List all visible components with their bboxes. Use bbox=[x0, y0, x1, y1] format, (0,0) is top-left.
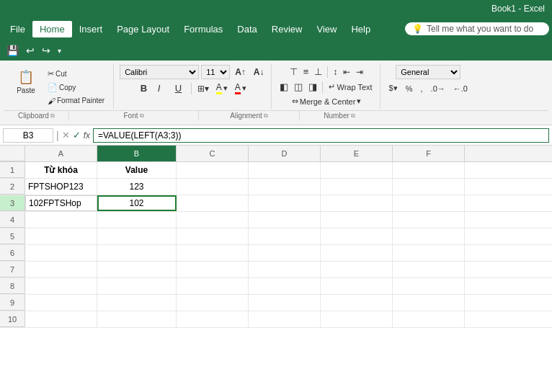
indent-increase-button[interactable]: ⇥ bbox=[354, 66, 365, 79]
bold-button[interactable]: B bbox=[138, 81, 153, 95]
menu-insert[interactable]: Insert bbox=[72, 21, 110, 37]
cell-d2[interactable] bbox=[249, 179, 321, 195]
cell-f10[interactable] bbox=[393, 311, 465, 327]
cell-c8[interactable] bbox=[177, 278, 249, 294]
cell-a2[interactable]: FPTSHOP123 bbox=[25, 179, 97, 195]
cell-b9[interactable] bbox=[97, 295, 177, 311]
format-painter-button[interactable]: 🖌 Format Painter bbox=[45, 95, 107, 107]
cell-c1[interactable] bbox=[177, 162, 249, 178]
align-middle-button[interactable]: ≡ bbox=[301, 65, 311, 79]
cell-e2[interactable] bbox=[321, 179, 393, 195]
formula-confirm-button[interactable]: ✓ bbox=[73, 130, 81, 141]
cell-c5[interactable] bbox=[177, 228, 249, 244]
col-header-c[interactable]: C bbox=[177, 146, 249, 161]
cell-d1[interactable] bbox=[249, 162, 321, 178]
cell-a6[interactable] bbox=[25, 245, 97, 261]
increase-font-button[interactable]: A↑ bbox=[232, 66, 249, 79]
cell-e10[interactable] bbox=[321, 311, 393, 327]
cell-e3[interactable] bbox=[321, 195, 393, 211]
cell-d6[interactable] bbox=[249, 245, 321, 261]
insert-function-button[interactable]: fx bbox=[84, 130, 90, 141]
increase-decimal-button[interactable]: .0→ bbox=[428, 83, 448, 94]
percent-button[interactable]: % bbox=[403, 83, 416, 94]
align-bottom-button[interactable]: ⊥ bbox=[312, 65, 324, 79]
cell-f1[interactable] bbox=[393, 162, 465, 178]
formula-cancel-button[interactable]: ✕ bbox=[62, 130, 70, 141]
cell-f2[interactable] bbox=[393, 179, 465, 195]
alignment-expander[interactable]: ⧉ bbox=[264, 112, 268, 120]
menu-page-layout[interactable]: Page Layout bbox=[110, 21, 177, 37]
cell-c7[interactable] bbox=[177, 262, 249, 277]
cell-a7[interactable] bbox=[25, 262, 97, 277]
cell-reference-input[interactable]: B3 bbox=[3, 128, 53, 143]
col-header-d[interactable]: D bbox=[249, 146, 321, 161]
cell-b3[interactable]: 102 bbox=[97, 195, 177, 211]
cell-a5[interactable] bbox=[25, 228, 97, 244]
align-top-button[interactable]: ⊤ bbox=[288, 65, 300, 79]
cell-a9[interactable] bbox=[25, 295, 97, 311]
cell-f3[interactable] bbox=[393, 195, 465, 211]
cell-a3[interactable]: 102FPTSHop bbox=[25, 195, 97, 211]
cell-d9[interactable] bbox=[249, 295, 321, 311]
cell-a1[interactable]: Từ khóa bbox=[25, 162, 97, 178]
merge-center-button[interactable]: ⇔ Merge & Center ▾ bbox=[289, 95, 365, 107]
align-center-button[interactable]: ◫ bbox=[292, 80, 305, 94]
save-button[interactable]: 💾 bbox=[4, 43, 21, 58]
align-left-button[interactable]: ◧ bbox=[277, 80, 290, 94]
cell-c9[interactable] bbox=[177, 295, 249, 311]
cell-d8[interactable] bbox=[249, 278, 321, 294]
cell-f5[interactable] bbox=[393, 228, 465, 244]
cell-b7[interactable] bbox=[97, 262, 177, 277]
italic-button[interactable]: I bbox=[155, 81, 171, 95]
undo-button[interactable]: ↩ bbox=[24, 43, 37, 58]
fill-color-button[interactable]: A▾ bbox=[213, 81, 231, 96]
font-expander[interactable]: ⧉ bbox=[140, 112, 144, 120]
cell-c2[interactable] bbox=[177, 179, 249, 195]
cell-b10[interactable] bbox=[97, 311, 177, 327]
borders-button[interactable]: ⊞▾ bbox=[195, 82, 212, 95]
comma-button[interactable]: , bbox=[418, 83, 426, 94]
formula-input[interactable]: =VALUE(LEFT(A3;3)) bbox=[93, 128, 549, 143]
clipboard-expander[interactable]: ⧉ bbox=[50, 112, 55, 120]
text-direction-button[interactable]: ↕ bbox=[331, 66, 339, 79]
cell-f6[interactable] bbox=[393, 245, 465, 261]
number-expander[interactable]: ⧉ bbox=[351, 112, 355, 120]
underline-button[interactable]: U bbox=[172, 81, 188, 95]
cell-e1[interactable] bbox=[321, 162, 393, 178]
font-name-select[interactable]: Calibri Arial Times New Roman bbox=[120, 65, 199, 79]
paste-button[interactable]: 📋 Paste bbox=[12, 66, 40, 97]
tell-me-box[interactable]: 💡 Tell me what you want to do bbox=[405, 22, 549, 35]
cell-d7[interactable] bbox=[249, 262, 321, 277]
cell-a8[interactable] bbox=[25, 278, 97, 294]
cell-b4[interactable] bbox=[97, 212, 177, 228]
number-format-select[interactable]: General Number Currency Percentage bbox=[396, 65, 460, 79]
cell-e7[interactable] bbox=[321, 262, 393, 277]
decrease-font-button[interactable]: A↓ bbox=[251, 66, 267, 79]
menu-file[interactable]: File bbox=[3, 21, 32, 37]
cell-c6[interactable] bbox=[177, 245, 249, 261]
redo-button[interactable]: ↪ bbox=[40, 43, 53, 58]
cell-b2[interactable]: 123 bbox=[97, 179, 177, 195]
cell-d3[interactable] bbox=[249, 195, 321, 211]
cell-a4[interactable] bbox=[25, 212, 97, 228]
col-header-e[interactable]: E bbox=[321, 146, 393, 161]
currency-button[interactable]: $▾ bbox=[386, 82, 401, 94]
quick-access-more-button[interactable]: ▾ bbox=[55, 45, 63, 56]
cell-d4[interactable] bbox=[249, 212, 321, 228]
cell-b6[interactable] bbox=[97, 245, 177, 261]
cell-b5[interactable] bbox=[97, 228, 177, 244]
cell-c10[interactable] bbox=[177, 311, 249, 327]
menu-home[interactable]: Home bbox=[32, 21, 72, 37]
cell-b1[interactable]: Value bbox=[97, 162, 177, 178]
col-header-f[interactable]: F bbox=[393, 146, 465, 161]
cell-f8[interactable] bbox=[393, 278, 465, 294]
menu-help[interactable]: Help bbox=[344, 21, 378, 37]
cell-e8[interactable] bbox=[321, 278, 393, 294]
cell-c4[interactable] bbox=[177, 212, 249, 228]
menu-view[interactable]: View bbox=[309, 21, 344, 37]
cell-e5[interactable] bbox=[321, 228, 393, 244]
col-header-b[interactable]: B bbox=[97, 146, 177, 161]
col-header-a[interactable]: A bbox=[25, 146, 97, 161]
copy-button[interactable]: 📄 Copy bbox=[45, 81, 107, 94]
cell-e6[interactable] bbox=[321, 245, 393, 261]
